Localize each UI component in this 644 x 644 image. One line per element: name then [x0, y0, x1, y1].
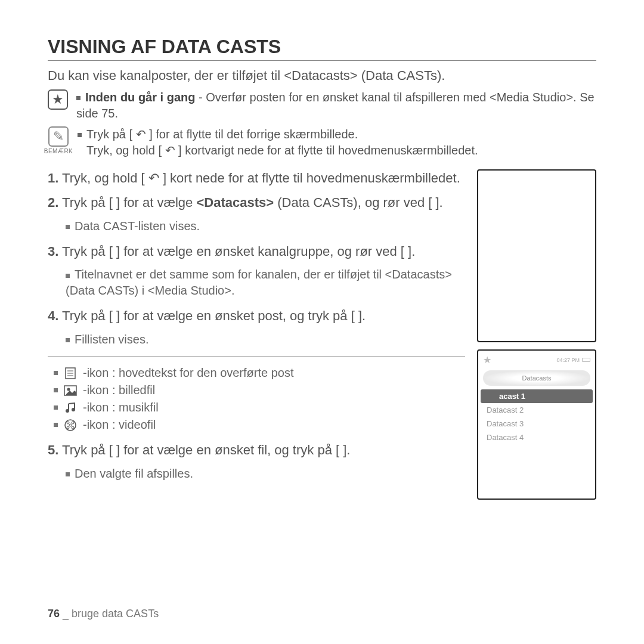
- device-list-item-selected: Datacast 1: [481, 389, 593, 403]
- intro-text: Du kan vise kanalposter, der er tilføjet…: [48, 68, 596, 83]
- svg-point-6: [66, 409, 69, 413]
- device-list-item: Datacast 2: [478, 403, 595, 417]
- icon-legend: -ikon : hovedtekst for den overførte pos…: [48, 356, 465, 432]
- note-bemark-row: ✎ BEMÆRK Tryk på [ ↶ ] for at flytte til…: [48, 126, 596, 159]
- bemark-label: BEMÆRK: [44, 148, 73, 154]
- svg-point-10: [72, 422, 74, 424]
- step-5: 5. Tryk på [ ] for at vælge en ønsket fi…: [48, 441, 465, 460]
- svg-point-12: [72, 426, 74, 429]
- step-3-sub: Titelnavnet er det samme som for kanalen…: [66, 267, 465, 299]
- status-time: 04:27 PM: [556, 357, 580, 363]
- star-icon: ★: [48, 89, 68, 110]
- step-2: 2. Tryk på [ ] for at vælge <Datacasts> …: [48, 194, 465, 212]
- svg-point-5: [67, 388, 70, 391]
- step-3: 3. Tryk på [ ] for at vælge en ønsket ka…: [48, 243, 465, 261]
- svg-point-8: [65, 420, 76, 431]
- image-icon: [64, 385, 77, 397]
- legend-image: -ikon : billedfil: [54, 383, 465, 397]
- page-title: VISNING AF DATA CASTS: [48, 36, 596, 61]
- device-title: Datacasts: [483, 370, 590, 386]
- music-icon: [64, 402, 77, 414]
- legend-music: -ikon : musikfil: [54, 401, 465, 414]
- pencil-icon: ✎: [48, 126, 69, 147]
- legend-doc: -ikon : hovedtekst for den overførte pos…: [54, 366, 465, 380]
- step-4-sub: Fillisten vises.: [66, 332, 465, 348]
- device-list-item: Datacast 3: [478, 417, 595, 431]
- svg-point-11: [67, 426, 69, 429]
- device-screenshot-blank: [477, 169, 596, 342]
- status-star-icon: ★: [483, 354, 491, 366]
- note-star-row: ★ Inden du går i gang - Overfør posten f…: [48, 89, 596, 122]
- device-screenshot-list: ★ 04:27 PM Datacasts Datacast 1 Datacast…: [477, 349, 596, 500]
- bemark-line1: Tryk på [ ↶ ] for at flytte til det forr…: [78, 126, 478, 143]
- page-footer: 76 _ bruge data CASTs: [48, 608, 159, 620]
- step-2-sub: Data CAST-listen vises.: [66, 218, 465, 234]
- video-icon: [64, 419, 77, 431]
- step-5-sub: Den valgte fil afspilles.: [66, 466, 465, 482]
- device-list-item: Datacast 4: [478, 431, 595, 444]
- svg-point-13: [69, 424, 72, 426]
- svg-point-7: [72, 408, 75, 411]
- note-star-text: Inden du går i gang - Overfør posten for…: [76, 89, 596, 122]
- document-icon: [64, 367, 77, 379]
- svg-point-9: [67, 422, 69, 424]
- step-4: 4. Tryk på [ ] for at vælge en ønsket po…: [48, 307, 465, 326]
- battery-icon: [582, 358, 590, 362]
- step-1: 1. Tryk, og hold [ ↶ ] kort nede for at …: [48, 169, 465, 188]
- legend-video: -ikon : videofil: [54, 418, 465, 432]
- bemark-line2: Tryk, og hold [ ↶ ] kortvarigt nede for …: [86, 143, 478, 159]
